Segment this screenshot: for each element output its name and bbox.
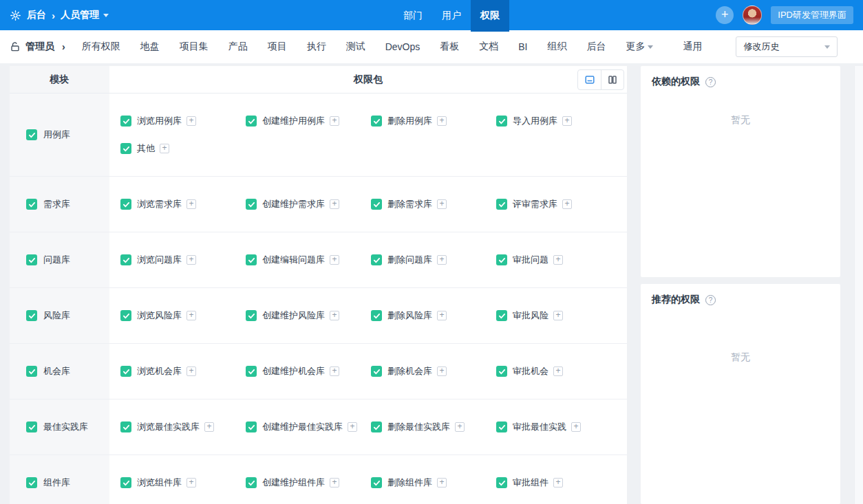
expand-plus-icon[interactable]: + xyxy=(562,116,572,126)
scope-tab[interactable]: 组织 xyxy=(547,41,566,53)
column-view-button[interactable] xyxy=(601,70,624,89)
scope-tab[interactable]: 后台 xyxy=(586,41,606,53)
checkbox-checked[interactable] xyxy=(371,116,382,127)
expand-plus-icon[interactable]: + xyxy=(437,255,447,265)
history-select[interactable]: 修改历史 xyxy=(736,36,838,57)
expand-plus-icon[interactable]: + xyxy=(330,116,339,126)
permission-label: 审批机会 xyxy=(513,365,548,377)
avatar[interactable] xyxy=(743,6,762,25)
checkbox-checked[interactable] xyxy=(120,199,131,210)
expand-plus-icon[interactable]: + xyxy=(187,116,196,126)
expand-plus-icon[interactable]: + xyxy=(330,478,339,487)
checkbox-checked[interactable] xyxy=(26,421,37,432)
checkbox-checked[interactable] xyxy=(496,116,507,127)
topbar-tab-部门[interactable]: 部门 xyxy=(394,0,432,30)
expand-plus-icon[interactable]: + xyxy=(187,311,196,320)
expand-plus-icon[interactable]: + xyxy=(160,144,169,153)
workspace-switch-button[interactable]: IPD研发管理界面 xyxy=(771,6,853,24)
checkbox-checked[interactable] xyxy=(26,310,37,321)
checkbox-checked[interactable] xyxy=(26,129,37,140)
expand-plus-icon[interactable]: + xyxy=(553,478,563,487)
checkbox-checked[interactable] xyxy=(371,366,382,377)
checkbox-checked[interactable] xyxy=(120,116,131,127)
checkbox-checked[interactable] xyxy=(120,143,131,154)
checkbox-checked[interactable] xyxy=(26,366,37,377)
checkbox-checked[interactable] xyxy=(246,116,257,127)
topbar-tab-用户[interactable]: 用户 xyxy=(432,0,471,30)
expand-plus-icon[interactable]: + xyxy=(204,422,214,432)
checkbox-checked[interactable] xyxy=(246,199,257,210)
checkbox-checked[interactable] xyxy=(496,254,507,265)
expand-plus-icon[interactable]: + xyxy=(571,422,581,432)
checkbox-checked[interactable] xyxy=(246,477,257,488)
checkbox-checked[interactable] xyxy=(246,254,257,265)
checkbox-checked[interactable] xyxy=(26,477,37,488)
checkbox-checked[interactable] xyxy=(120,366,131,377)
expand-plus-icon[interactable]: + xyxy=(437,478,447,487)
expand-plus-icon[interactable]: + xyxy=(330,366,339,376)
add-button[interactable]: + xyxy=(716,6,734,24)
expand-plus-icon[interactable]: + xyxy=(553,366,563,376)
checkbox-checked[interactable] xyxy=(120,310,131,321)
expand-plus-icon[interactable]: + xyxy=(348,422,357,432)
checkbox-checked[interactable] xyxy=(371,254,382,265)
row-view-button[interactable] xyxy=(578,70,601,89)
expand-plus-icon[interactable]: + xyxy=(437,116,447,126)
permission-label: 删除风险库 xyxy=(387,309,432,322)
scope-tab[interactable]: DevOps xyxy=(385,41,420,52)
breadcrumb-section[interactable]: 人员管理 xyxy=(61,9,109,21)
expand-plus-icon[interactable]: + xyxy=(187,478,196,487)
checkbox-checked[interactable] xyxy=(246,366,257,377)
checkbox-checked[interactable] xyxy=(496,366,507,377)
expand-plus-icon[interactable]: + xyxy=(562,199,572,209)
expand-plus-icon[interactable]: + xyxy=(553,311,563,320)
checkbox-checked[interactable] xyxy=(246,421,257,432)
scope-tab[interactable]: 项目 xyxy=(268,41,287,53)
expand-plus-icon[interactable]: + xyxy=(187,366,196,376)
expand-plus-icon[interactable]: + xyxy=(330,311,339,320)
checkbox-checked[interactable] xyxy=(371,199,382,210)
expand-plus-icon[interactable]: + xyxy=(187,255,196,265)
expand-plus-icon[interactable]: + xyxy=(553,255,563,265)
help-icon[interactable]: ? xyxy=(705,295,716,305)
expand-plus-icon[interactable]: + xyxy=(187,199,196,209)
scope-tab[interactable]: 产品 xyxy=(228,41,248,53)
expand-plus-icon[interactable]: + xyxy=(330,255,339,265)
scope-tab-label: 地盘 xyxy=(140,41,160,53)
scope-tab[interactable]: 文档 xyxy=(479,41,498,53)
module-cell: 需求库 xyxy=(10,177,109,232)
checkbox-checked[interactable] xyxy=(120,254,131,265)
checkbox-checked[interactable] xyxy=(496,421,507,432)
breadcrumb-root[interactable]: 后台 xyxy=(27,9,46,21)
checkbox-checked[interactable] xyxy=(371,421,382,432)
checkbox-checked[interactable] xyxy=(246,310,257,321)
scope-tab[interactable]: 地盘 xyxy=(140,41,160,53)
scope-tab[interactable]: 执行 xyxy=(307,41,326,53)
checkbox-checked[interactable] xyxy=(26,199,37,210)
expand-plus-icon[interactable]: + xyxy=(330,199,339,209)
role-name[interactable]: 管理员 xyxy=(25,41,54,53)
permission-item: 浏览问题库+ xyxy=(120,246,246,274)
scope-tab[interactable]: BI xyxy=(518,41,527,52)
checkbox-checked[interactable] xyxy=(120,477,131,488)
expand-plus-icon[interactable]: + xyxy=(437,366,447,376)
scope-tab[interactable]: 项目集 xyxy=(180,41,209,53)
scope-tab[interactable]: 所有权限 xyxy=(82,41,120,53)
scrollbar[interactable] xyxy=(854,66,863,504)
expand-plus-icon[interactable]: + xyxy=(455,422,465,432)
expand-plus-icon[interactable]: + xyxy=(437,199,447,209)
scope-tab[interactable]: 测试 xyxy=(346,41,365,53)
checkbox-checked[interactable] xyxy=(120,421,131,432)
checkbox-checked[interactable] xyxy=(371,477,382,488)
scope-tab[interactable]: 看板 xyxy=(440,41,459,53)
help-icon[interactable]: ? xyxy=(705,77,716,87)
checkbox-checked[interactable] xyxy=(371,310,382,321)
checkbox-checked[interactable] xyxy=(496,199,507,210)
topbar-tab-权限[interactable]: 权限 xyxy=(471,0,509,30)
checkbox-checked[interactable] xyxy=(496,310,507,321)
scope-tab[interactable]: 更多 xyxy=(626,41,653,53)
checkbox-checked[interactable] xyxy=(496,477,507,488)
expand-plus-icon[interactable]: + xyxy=(437,311,447,320)
checkbox-checked[interactable] xyxy=(26,254,37,265)
scope-tab[interactable]: 通用 xyxy=(683,41,702,53)
